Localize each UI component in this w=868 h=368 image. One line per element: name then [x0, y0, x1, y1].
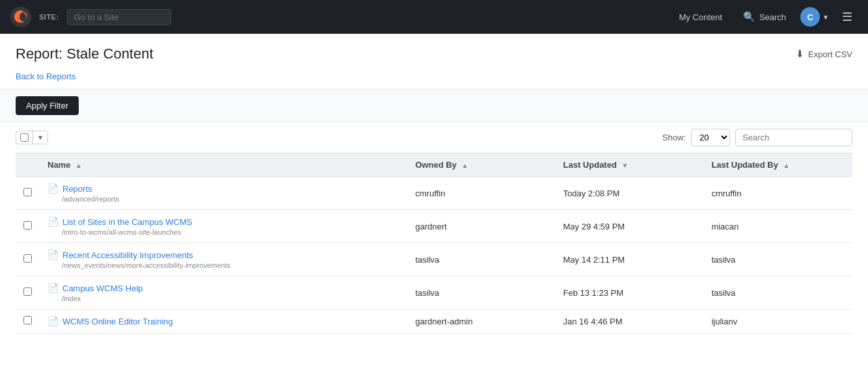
th-name[interactable]: Name ▲	[40, 153, 407, 177]
hamburger-icon[interactable]: ☰	[837, 7, 858, 27]
last-updated-by-cell: cmruffin	[703, 177, 852, 210]
row-checkbox[interactable]	[23, 221, 32, 230]
row-checkbox[interactable]	[23, 287, 32, 296]
logo-icon[interactable]	[10, 7, 31, 27]
name-cell: 📄 Reports /advanced/reports	[40, 177, 407, 210]
table-row: 📄 WCMS Online Editor Training gardnert-a…	[16, 309, 852, 334]
last-updated-cell: Feb 13 1:23 PM	[556, 276, 704, 309]
chevron-down-icon: ▼	[822, 14, 829, 21]
show-label: Show:	[662, 133, 686, 142]
content-name-link[interactable]: WCMS Online Editor Training	[62, 317, 173, 326]
content-name-link[interactable]: Recent Accessibility Improvements	[62, 250, 193, 260]
page-header: Report: Stale Content ⬇ Export CSV	[0, 34, 868, 69]
row-checkbox[interactable]	[23, 254, 32, 263]
search-nav-button[interactable]: 🔍 Search	[737, 7, 793, 27]
last-updated-by-cell: ijulianv	[703, 309, 852, 334]
name-cell: 📄 Campus WCMS Help /index	[40, 276, 407, 309]
owned-by-cell: gardnert	[407, 210, 555, 243]
name-sort-icon: ▲	[75, 162, 82, 169]
select-all-checkbox[interactable]	[20, 133, 29, 142]
doc-icon: 📄	[47, 250, 59, 260]
owned-sort-icon: ▲	[461, 162, 468, 169]
owned-by-cell: gardnert-admin	[407, 309, 555, 334]
content-path: /news_events/news/more-accessibility-imp…	[62, 261, 400, 269]
owned-by-cell: tasilva	[407, 243, 555, 276]
content-table-wrap: Name ▲ Owned By ▲ Last Updated ▼ Last Up…	[0, 153, 868, 334]
table-controls: ▼ Show: 10 20 50 100	[0, 122, 868, 153]
my-content-button[interactable]: My Content	[672, 8, 728, 26]
svg-point-0	[10, 7, 31, 27]
select-all-dropdown[interactable]: ▼	[16, 131, 48, 144]
content-path: /index	[62, 295, 400, 302]
page-title: Report: Stale Content	[16, 46, 154, 62]
content-name-link[interactable]: Campus WCMS Help	[62, 283, 143, 293]
last-updated-cell: May 29 4:59 PM	[556, 210, 704, 243]
back-to-reports-link[interactable]: Back to Reports	[16, 72, 76, 81]
last-updated-cell: Jan 16 4:46 PM	[556, 309, 704, 334]
last-updated-sort-icon: ▼	[621, 162, 628, 169]
avatar: C	[800, 7, 820, 27]
breadcrumb: Back to Reports	[0, 69, 868, 89]
table-header-row: Name ▲ Owned By ▲ Last Updated ▼ Last Up…	[16, 153, 852, 177]
doc-icon: 📄	[47, 316, 59, 326]
download-icon: ⬇	[796, 48, 804, 60]
site-input[interactable]	[67, 9, 171, 25]
topnav: SITE: My Content 🔍 Search C ▼ ☰	[0, 0, 868, 34]
row-checkbox-cell[interactable]	[16, 210, 40, 243]
th-owned-by[interactable]: Owned By ▲	[407, 153, 555, 177]
content-path: /advanced/reports	[62, 195, 400, 203]
apply-filter-button[interactable]: Apply Filter	[16, 96, 79, 115]
last-updated-by-cell: tasilva	[703, 276, 852, 309]
site-label: SITE:	[39, 13, 59, 21]
th-last-updated-by[interactable]: Last Updated By ▲	[703, 153, 852, 177]
doc-icon: 📄	[47, 183, 59, 194]
doc-icon: 📄	[47, 217, 59, 227]
doc-icon: 📄	[47, 283, 59, 293]
user-menu[interactable]: C ▼	[800, 7, 829, 27]
table-search-input[interactable]	[735, 129, 852, 146]
show-select[interactable]: 10 20 50 100	[691, 129, 730, 146]
last-updated-by-cell: miacan	[703, 210, 852, 243]
row-checkbox[interactable]	[23, 316, 32, 324]
last-updated-by-cell: tasilva	[703, 243, 852, 276]
last-updated-by-sort-icon: ▲	[783, 162, 790, 169]
last-updated-cell: May 14 2:11 PM	[556, 243, 704, 276]
row-checkbox-cell[interactable]	[16, 177, 40, 210]
table-row: 📄 Reports /advanced/reports cmruffin Tod…	[16, 177, 852, 210]
row-checkbox-cell[interactable]	[16, 243, 40, 276]
owned-by-cell: cmruffin	[407, 177, 555, 210]
filter-bar: Apply Filter	[0, 89, 868, 122]
last-updated-cell: Today 2:08 PM	[556, 177, 704, 210]
table-row: 📄 Recent Accessibility Improvements /new…	[16, 243, 852, 276]
row-checkbox-cell[interactable]	[16, 276, 40, 309]
owned-by-cell: tasilva	[407, 276, 555, 309]
th-checkbox	[16, 153, 40, 177]
export-csv-button[interactable]: ⬇ Export CSV	[796, 48, 852, 60]
name-cell: 📄 List of Sites in the Campus WCMS /intr…	[40, 210, 407, 243]
content-name-link[interactable]: List of Sites in the Campus WCMS	[62, 217, 192, 227]
search-nav-icon: 🔍	[743, 11, 755, 23]
content-table: Name ▲ Owned By ▲ Last Updated ▼ Last Up…	[16, 153, 852, 334]
table-row: 📄 Campus WCMS Help /index tasilva Feb 13…	[16, 276, 852, 309]
th-last-updated[interactable]: Last Updated ▼	[556, 153, 704, 177]
row-checkbox-cell[interactable]	[16, 309, 40, 334]
select-dropdown-arrow[interactable]: ▼	[33, 131, 47, 144]
row-checkbox[interactable]	[23, 188, 32, 196]
name-cell: 📄 Recent Accessibility Improvements /new…	[40, 243, 407, 276]
name-cell: 📄 WCMS Online Editor Training	[40, 309, 407, 334]
content-name-link[interactable]: Reports	[62, 184, 92, 194]
content-path: /intro-to-wcms/all-wcms-site-launches	[62, 228, 400, 236]
table-row: 📄 List of Sites in the Campus WCMS /intr…	[16, 210, 852, 243]
